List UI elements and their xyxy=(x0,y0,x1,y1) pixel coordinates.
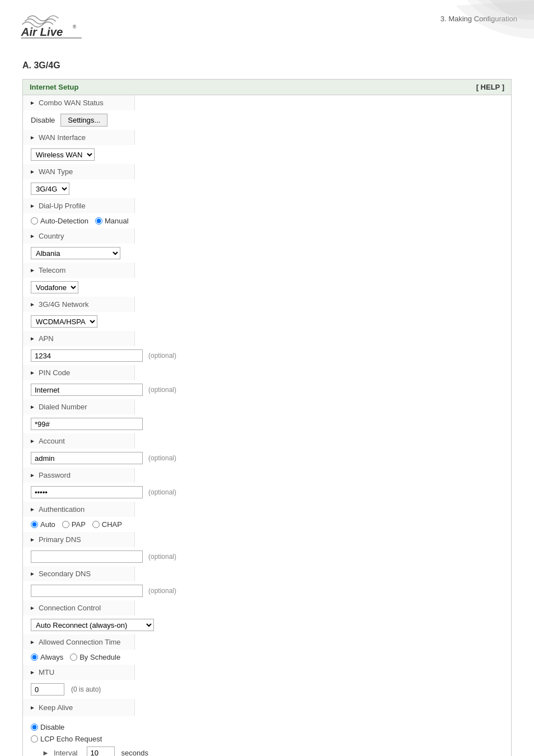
dialed-number-input[interactable] xyxy=(31,418,143,430)
pin-code-value: (optional) xyxy=(23,380,511,399)
row-arrow: ► xyxy=(30,100,35,106)
pin-code-input[interactable] xyxy=(31,384,143,396)
mtu-input[interactable] xyxy=(31,683,64,696)
auth-value: Auto PAP CHAP xyxy=(23,517,511,532)
apn-label: APN xyxy=(39,334,54,343)
account-label: Account xyxy=(39,437,65,445)
row-arrow: ► xyxy=(30,301,35,307)
table-row: ► PIN Code (optional) xyxy=(23,365,512,399)
country-value: Albania xyxy=(23,244,511,263)
airlive-logo: Air Live ® xyxy=(17,10,90,44)
secondary-dns-input[interactable] xyxy=(31,585,143,597)
table-row: ► Combo WAN Status Disable Settings... xyxy=(23,95,512,130)
logo-area: Air Live ® xyxy=(17,10,90,44)
network-select[interactable]: WCDMA/HSPA xyxy=(31,315,97,328)
keep-alive-section: Disable LCP Echo Request ► xyxy=(31,721,210,756)
svg-text:®: ® xyxy=(73,24,76,30)
telecom-select[interactable]: Vodafone xyxy=(31,281,78,293)
network-label: 3G/4G Network xyxy=(39,300,89,309)
apn-input[interactable] xyxy=(31,349,143,362)
auto-detection-radio[interactable] xyxy=(31,217,38,225)
table-row: ► WAN Type 3G/4G xyxy=(23,164,512,198)
chap-label: CHAP xyxy=(102,520,122,529)
manual-radio[interactable] xyxy=(95,217,102,225)
pap-label: PAP xyxy=(72,520,86,529)
row-arrow: ► xyxy=(30,203,35,209)
account-value: (optional) xyxy=(23,449,511,468)
keep-alive-disable-label: Disable xyxy=(40,723,64,731)
row-arrow: ► xyxy=(30,472,35,478)
chap-option[interactable]: CHAP xyxy=(92,520,122,529)
table-row: ► Dialed Number xyxy=(23,399,512,433)
lcp-label: LCP Echo Request xyxy=(40,735,102,743)
interval-unit: seconds xyxy=(121,749,148,757)
keep-alive-lcp-row: LCP Echo Request xyxy=(31,735,210,743)
keep-alive-disable-radio[interactable] xyxy=(31,724,38,731)
main-content: Internet Setup [ HELP ] ► Combo WAN Stat… xyxy=(0,79,534,756)
disable-text: Disable xyxy=(31,116,55,124)
wan-interface-select[interactable]: Wireless WAN xyxy=(31,148,95,161)
dialup-profile-value: Auto-Detection Manual xyxy=(23,213,511,228)
account-optional: (optional) xyxy=(148,454,176,462)
always-option[interactable]: Always xyxy=(31,653,63,661)
always-radio[interactable] xyxy=(31,654,38,661)
table-row: ► Password (optional) xyxy=(23,468,512,502)
row-arrow: ► xyxy=(30,370,35,376)
table-row: ► APN (optional) xyxy=(23,331,512,365)
keep-alive-label: Keep Alive xyxy=(39,703,73,712)
lcp-radio[interactable] xyxy=(31,735,38,743)
auto-auth-option[interactable]: Auto xyxy=(31,520,55,529)
mtu-label: MTU xyxy=(39,668,54,676)
pin-code-label: PIN Code xyxy=(39,368,70,377)
by-schedule-radio[interactable] xyxy=(70,654,77,661)
table-header: Internet Setup [ HELP ] xyxy=(23,80,511,95)
manual-option[interactable]: Manual xyxy=(95,217,129,225)
wan-type-select[interactable]: 3G/4G xyxy=(31,183,69,195)
auto-detection-label: Auto-Detection xyxy=(40,217,88,225)
pap-radio[interactable] xyxy=(62,521,69,528)
row-arrow: ► xyxy=(30,506,35,512)
country-select[interactable]: Albania xyxy=(31,247,120,259)
table-row: ► Primary DNS (optional) xyxy=(23,532,512,566)
table-row: ► Connection Control Auto Reconnect (alw… xyxy=(23,600,512,634)
connection-control-select[interactable]: Auto Reconnect (always-on) xyxy=(31,619,154,631)
pap-option[interactable]: PAP xyxy=(62,520,86,529)
allowed-connection-label: Allowed Connection Time xyxy=(39,638,121,646)
table-row: ► Keep Alive Disable xyxy=(23,699,512,756)
connection-control-value: Auto Reconnect (always-on) xyxy=(23,615,511,634)
primary-dns-input[interactable] xyxy=(31,550,143,563)
chap-radio[interactable] xyxy=(92,521,100,528)
by-schedule-option[interactable]: By Schedule xyxy=(70,653,120,661)
dialed-number-label: Dialed Number xyxy=(39,403,87,411)
connection-time-radio-group: Always By Schedule xyxy=(31,653,120,661)
by-schedule-label: By Schedule xyxy=(79,653,120,661)
account-input[interactable] xyxy=(31,452,143,464)
apn-optional: (optional) xyxy=(148,352,176,360)
config-table: Internet Setup [ HELP ] ► Combo WAN Stat… xyxy=(22,79,512,756)
pin-optional: (optional) xyxy=(148,386,176,394)
row-arrow: ► xyxy=(30,605,35,611)
password-input[interactable] xyxy=(31,486,143,498)
table-row: ► Telecom Vodafone xyxy=(23,263,512,297)
password-value: (optional) xyxy=(23,483,511,502)
table-row: ► MTU (0 is auto) xyxy=(23,665,512,699)
auto-auth-radio[interactable] xyxy=(31,521,38,528)
table-row: ► WAN Interface Wireless WAN xyxy=(23,130,512,164)
keep-alive-disable-option[interactable]: Disable xyxy=(31,723,64,731)
lcp-option[interactable]: LCP Echo Request xyxy=(31,735,102,743)
help-link[interactable]: [ HELP ] xyxy=(476,83,504,91)
row-arrow: ► xyxy=(30,233,35,239)
row-arrow: ► xyxy=(30,536,35,543)
row-arrow: ► xyxy=(30,134,35,141)
settings-button[interactable]: Settings... xyxy=(60,114,107,127)
interval-input[interactable] xyxy=(87,746,115,756)
auth-radio-group: Auto PAP CHAP xyxy=(31,520,122,529)
auto-detection-option[interactable]: Auto-Detection xyxy=(31,217,88,225)
row-arrow: ► xyxy=(30,704,35,711)
table-row: ► Authentication Auto PAP xyxy=(23,502,512,532)
combo-wan-value: Disable Settings... xyxy=(23,110,511,130)
row-arrow: ► xyxy=(30,669,35,675)
primary-dns-optional: (optional) xyxy=(148,553,176,561)
auth-label: Authentication xyxy=(39,505,85,514)
row-arrow: ► xyxy=(30,438,35,444)
